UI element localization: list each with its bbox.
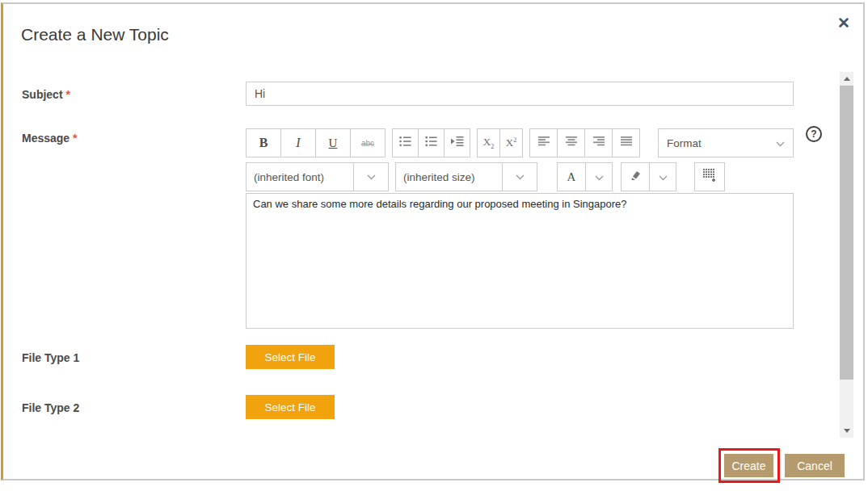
chevron-down-icon: [595, 170, 604, 184]
create-button[interactable]: Create: [724, 454, 773, 477]
select-file-2-button[interactable]: Select File: [246, 395, 335, 419]
message-editor-area[interactable]: Can we share some more details regarding…: [246, 193, 794, 329]
required-asterisk: *: [73, 132, 77, 145]
align-justify-icon: [621, 136, 632, 150]
chevron-down-icon: [502, 163, 537, 191]
list-group: [392, 128, 470, 157]
editor-toolbar-row2: (inherited font) (inherited size) A: [246, 162, 794, 191]
size-dropdown[interactable]: (inherited size): [395, 162, 537, 191]
text-color-button[interactable]: A: [558, 163, 586, 191]
highlighter-icon: [630, 170, 642, 184]
bullet-list-icon: [399, 136, 411, 150]
insert-table-icon: [703, 169, 717, 185]
subscript-button[interactable]: X2: [478, 129, 500, 157]
align-center-icon: [566, 136, 577, 150]
highlighter-button[interactable]: [622, 163, 650, 191]
dialog-title: Create a New Topic: [21, 25, 169, 44]
superscript-button[interactable]: X2: [500, 129, 522, 157]
close-icon[interactable]: ✕: [837, 14, 850, 32]
underline-button[interactable]: U: [316, 129, 351, 157]
text-color-chevron[interactable]: [586, 163, 612, 191]
create-topic-dialog: Create a New Topic ✕ Subject * Message *…: [1, 2, 865, 481]
scrollbar-thumb[interactable]: [840, 86, 853, 380]
format-dropdown[interactable]: Format: [658, 128, 794, 157]
scroll-down-button[interactable]: [840, 424, 853, 438]
required-asterisk: *: [65, 88, 70, 101]
bold-button[interactable]: B: [246, 129, 281, 157]
help-icon[interactable]: ?: [806, 126, 822, 142]
subject-input[interactable]: [246, 82, 794, 106]
scroll-down-icon: [844, 429, 850, 433]
bullet-list-button[interactable]: [393, 129, 419, 157]
cancel-button[interactable]: Cancel: [785, 454, 845, 477]
font-dropdown[interactable]: (inherited font): [246, 162, 389, 191]
script-group: X2 X2: [477, 128, 523, 157]
scrollbar[interactable]: [840, 72, 853, 438]
align-left-button[interactable]: [530, 129, 558, 157]
align-right-button[interactable]: [585, 129, 613, 157]
align-left-icon: [538, 136, 550, 150]
align-justify-button[interactable]: [613, 129, 639, 157]
chevron-down-icon: [659, 170, 668, 184]
message-label: Message *: [22, 132, 78, 145]
align-right-icon: [593, 136, 605, 150]
align-center-button[interactable]: [558, 129, 585, 157]
highlight-group: [621, 162, 676, 191]
text-style-group: B I U abc: [246, 128, 386, 157]
numbered-list-icon: [425, 136, 437, 150]
scroll-up-icon: [844, 77, 850, 81]
file-type-1-label: File Type 1: [22, 351, 79, 364]
italic-button[interactable]: I: [281, 129, 316, 157]
chevron-down-icon: [353, 163, 388, 191]
indent-button[interactable]: [445, 129, 470, 157]
align-group: [529, 128, 640, 157]
strikethrough-button[interactable]: abc: [351, 129, 385, 157]
editor-toolbar-row1: B I U abc X2 X2: [246, 128, 794, 157]
scroll-up-button[interactable]: [840, 72, 853, 86]
highlighter-chevron[interactable]: [650, 163, 676, 191]
chevron-down-icon: [776, 137, 785, 149]
numbered-list-button[interactable]: [419, 129, 445, 157]
insert-table-button[interactable]: [695, 163, 724, 191]
table-group: [694, 162, 725, 191]
subject-label: Subject *: [22, 88, 70, 101]
indent-icon: [451, 136, 464, 150]
text-color-group: A: [557, 162, 613, 191]
select-file-1-button[interactable]: Select File: [246, 345, 335, 369]
file-type-2-label: File Type 2: [22, 401, 79, 414]
